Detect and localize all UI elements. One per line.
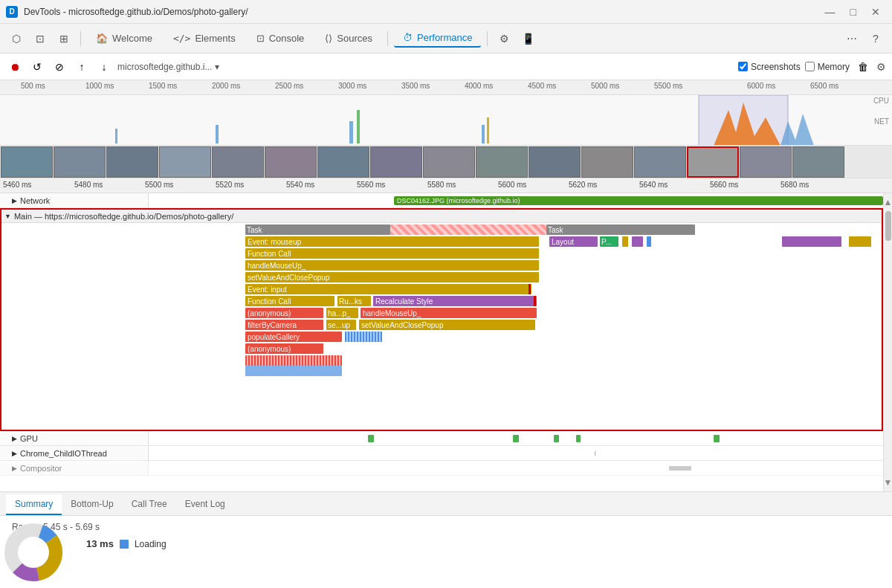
screenshots-checkbox[interactable] [738, 62, 748, 71]
main-flame-content[interactable]: Task Task Event: mouseup Layout [1, 223, 882, 430]
compositor-label[interactable]: ▶ Compositor [0, 461, 149, 475]
flame-set-value-2[interactable]: setValueAndClosePopup [359, 320, 535, 330]
filmstrip[interactable] [0, 146, 892, 178]
flame-hap[interactable]: ha...p_ [326, 308, 358, 318]
settings-button[interactable]: ⚙ [494, 28, 514, 49]
populate-gallery-label: populateGallery [248, 333, 300, 341]
zoom-tick-5560: 5560 ms [357, 181, 385, 189]
svg-rect-1 [216, 125, 219, 143]
filmstrip-frame[interactable] [370, 146, 422, 178]
flame-handle-mouseup-2[interactable]: handleMouseUp_ [361, 308, 537, 318]
filmstrip-frame[interactable] [265, 146, 317, 178]
flame-anon-1[interactable]: (anonymous) [245, 308, 323, 318]
help-button[interactable]: ? [865, 28, 886, 49]
filmstrip-frame[interactable] [581, 146, 633, 178]
close-button[interactable]: ✕ [865, 4, 886, 19]
flame-task-1[interactable]: Task [245, 224, 390, 235]
performance-settings-icon[interactable]: ⚙ [876, 61, 886, 73]
flame-far-right-2[interactable] [849, 236, 871, 247]
devtools-window: D DevTools - microsoftedge.github.io/Dem… [0, 0, 892, 588]
memory-checkbox-item[interactable]: Memory [805, 62, 850, 72]
flame-ruks[interactable]: Ru...ks [337, 296, 371, 306]
delete-recording-button[interactable]: 🗑 [854, 58, 872, 76]
filmstrip-frame[interactable] [212, 146, 264, 178]
filmstrip-frame[interactable] [317, 146, 369, 178]
child-io-thread-row[interactable]: ▶ Chrome_ChildIOThread [0, 446, 883, 461]
memory-checkbox[interactable] [805, 62, 815, 71]
tab-console[interactable]: ⊡ Console [248, 30, 314, 47]
flame-far-right-1[interactable] [782, 236, 841, 247]
flame-filter-by-camera[interactable]: filterByCamera [245, 320, 323, 330]
compositor-row[interactable]: ▶ Compositor [0, 461, 883, 476]
screenshots-checkbox-item[interactable]: Screenshots [738, 62, 801, 72]
flame-event-mouseup[interactable]: Event: mouseup [245, 236, 539, 247]
tab-sources[interactable]: ⟨⟩ Sources [316, 30, 381, 47]
filmstrip-frame[interactable] [792, 146, 844, 178]
gpu-row[interactable]: ▶ GPU [0, 431, 883, 446]
flame-small-1[interactable] [622, 236, 628, 247]
network-row-label[interactable]: ▶ Network [0, 193, 149, 207]
flame-task-striped[interactable] [390, 224, 546, 235]
tab-welcome[interactable]: 🏠 Welcome [87, 30, 161, 47]
tab-performance[interactable]: ⏱ Performance [394, 29, 481, 48]
task-label-1: Task [247, 226, 262, 234]
stop-button[interactable]: ⊘ [51, 58, 68, 76]
scroll-thumb[interactable] [885, 211, 891, 241]
window-controls: — □ ✕ [819, 4, 886, 19]
tab-elements[interactable]: </> Elements [164, 30, 245, 47]
function-call-label-2: Function Call [248, 297, 291, 306]
flame-event-input[interactable]: Event: input [245, 284, 531, 294]
tab-bottom-up[interactable]: Bottom-Up [62, 494, 122, 515]
gpu-row-label[interactable]: ▶ GPU [0, 431, 149, 445]
child-io-thread-label[interactable]: ▶ Chrome_ChildIOThread [0, 446, 149, 460]
scroll-up-button[interactable]: ▲ [884, 195, 892, 210]
flame-seup[interactable]: se...up [326, 320, 356, 330]
flame-small-2[interactable] [632, 236, 643, 247]
flame-anon-2[interactable]: (anonymous) [245, 343, 323, 354]
filmstrip-frame[interactable] [423, 146, 475, 178]
maximize-button[interactable]: □ [844, 4, 862, 19]
tab-summary[interactable]: Summary [6, 494, 62, 515]
flame-p[interactable]: P... [600, 236, 618, 247]
timeline-overview[interactable]: 500 ms 1000 ms 1500 ms 2000 ms 2500 ms 3… [0, 80, 892, 146]
svg-rect-3 [357, 110, 360, 143]
net-label: NET [874, 117, 889, 126]
filmstrip-frame[interactable] [1, 146, 53, 178]
p-label: P... [601, 238, 612, 246]
dropdown-arrow-icon[interactable]: ▾ [215, 62, 219, 72]
flame-set-value-1[interactable]: setValueAndClosePopup [245, 272, 539, 282]
flame-function-call-1[interactable]: Function Call [245, 248, 539, 259]
network-row[interactable]: ▶ Network DSC04162.JPG (microsoftedge.gi… [0, 193, 883, 208]
flame-populate-gallery[interactable]: populateGallery [245, 332, 342, 342]
scroll-down-button[interactable]: ▼ [884, 475, 892, 490]
record-button[interactable]: ⏺ [6, 58, 24, 76]
refresh-record-button[interactable]: ↺ [28, 58, 46, 76]
filmstrip-frame[interactable] [54, 146, 106, 178]
filmstrip-frame[interactable] [106, 146, 158, 178]
tab-call-tree[interactable]: Call Tree [123, 494, 176, 515]
filmstrip-frame[interactable] [529, 146, 581, 178]
flame-layout[interactable]: Layout [549, 236, 598, 247]
dock-bottom-button[interactable]: ⊡ [30, 28, 51, 49]
dock-left-button[interactable]: ⬡ [6, 28, 27, 49]
filmstrip-frame[interactable] [634, 146, 686, 178]
flame-task-2[interactable]: Task [546, 224, 695, 235]
filmstrip-frame[interactable] [476, 146, 528, 178]
set-value-label-1: setValueAndClosePopup [248, 274, 329, 282]
filmstrip-frame[interactable] [740, 146, 792, 178]
flame-handle-mouseup[interactable]: handleMouseUp_ [245, 260, 539, 271]
device-emulation-button[interactable]: 📱 [517, 28, 538, 49]
vertical-scrollbar[interactable]: ▲ ▼ [883, 193, 892, 491]
forward-button[interactable]: ↓ [95, 58, 113, 76]
flame-function-call-2[interactable]: Function Call [245, 296, 334, 306]
filmstrip-frame[interactable] [687, 146, 739, 178]
tab-welcome-label: Welcome [112, 33, 152, 44]
undock-button[interactable]: ⊞ [54, 28, 74, 49]
more-tools-button[interactable]: ⋯ [841, 28, 862, 49]
flame-small-3[interactable] [647, 236, 651, 247]
flame-recalculate-style[interactable]: Recalculate Style [373, 296, 537, 306]
back-button[interactable]: ↑ [73, 58, 91, 76]
filmstrip-frame[interactable] [159, 146, 211, 178]
minimize-button[interactable]: — [819, 4, 841, 19]
tab-event-log[interactable]: Event Log [176, 494, 234, 515]
